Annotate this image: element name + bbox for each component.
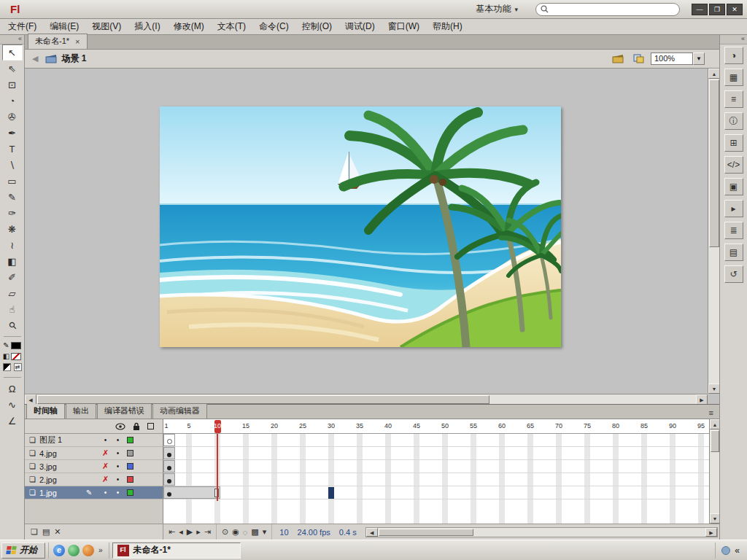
library-panel-button[interactable]: ▤ — [724, 244, 743, 261]
onion-skin-button[interactable]: ◉ — [232, 527, 239, 537]
timeline-vertical-scrollbar[interactable]: ▲ ▼ — [709, 419, 719, 524]
timeline-ruler[interactable]: 1 5 10 15 20 25 30 35 40 45 50 55 60 65 — [163, 419, 709, 434]
paint-bucket-tool[interactable]: ◧ — [2, 253, 23, 269]
menu-commands[interactable]: 命令(C) — [252, 18, 295, 35]
quick-launch-icon-2[interactable] — [68, 545, 80, 556]
keyframe[interactable] — [163, 460, 175, 472]
project-panel-button[interactable]: ≣ — [724, 222, 743, 239]
selected-frame-cell[interactable] — [328, 487, 334, 499]
quick-launch-overflow-chevron[interactable]: » — [97, 546, 104, 554]
scroll-up-arrow[interactable]: ▲ — [708, 69, 719, 79]
motion-presets-panel-button[interactable]: ▸ — [724, 200, 743, 217]
selection-tool[interactable]: ↖ — [2, 44, 23, 61]
tray-collapse-chevron[interactable]: « — [735, 545, 740, 556]
back-button[interactable]: ◀ — [29, 54, 41, 63]
quick-launch-icon-3[interactable] — [82, 545, 94, 556]
workspace-switcher[interactable]: 基本功能 ▾ — [468, 1, 525, 17]
empty-keyframe[interactable] — [163, 434, 175, 446]
menu-control[interactable]: 控制(O) — [295, 18, 338, 35]
quick-launch-icon-browser[interactable]: e — [53, 545, 65, 556]
collapse-tools-button[interactable]: « — [0, 35, 24, 44]
scroll-down-arrow[interactable]: ▼ — [708, 384, 719, 394]
swatches-panel-button[interactable]: ▦ — [724, 69, 743, 86]
scroll-down-arrow[interactable]: ▼ — [710, 513, 720, 524]
go-to-first-frame-button[interactable]: ⇤ — [169, 527, 175, 537]
step-back-button[interactable]: ◂ — [179, 527, 183, 537]
keyframe[interactable] — [163, 473, 175, 486]
bone-tool[interactable]: ≀ — [2, 237, 23, 253]
snap-to-objects-toggle[interactable]: Ω — [2, 381, 23, 397]
components-panel-button[interactable]: ▣ — [724, 178, 743, 195]
layer-row-1jpg-selected[interactable]: ❏ 1.jpg ✎ • • — [25, 486, 163, 499]
history-panel-button[interactable]: ↺ — [724, 265, 743, 283]
search-input[interactable] — [549, 5, 675, 14]
stage-vertical-scrollbar[interactable]: ▲ ▼ — [708, 69, 719, 394]
timeline-horizontal-scrollbar[interactable]: ◀ ▶ — [365, 527, 718, 537]
deco-tool[interactable]: ❋ — [2, 221, 23, 237]
edit-symbols-button[interactable] — [630, 52, 646, 66]
frame-row-3jpg[interactable] — [163, 460, 709, 473]
scroll-up-arrow[interactable]: ▲ — [710, 419, 720, 429]
pen-tool[interactable]: ✒ — [2, 125, 23, 141]
brush-tool[interactable]: ✑ — [2, 205, 23, 221]
timeline-hscroll-thumb[interactable] — [379, 529, 473, 536]
horizontal-scroll-thumb[interactable] — [37, 395, 489, 404]
document-tab[interactable]: 未命名-1* × — [28, 34, 88, 49]
eye-icon[interactable] — [115, 423, 125, 430]
menu-text[interactable]: 文本(T) — [211, 18, 252, 35]
black-white-button[interactable] — [3, 363, 11, 371]
lock-icon[interactable] — [133, 422, 140, 431]
timeline-scroll-track[interactable] — [710, 453, 719, 513]
tab-output[interactable]: 输出 — [66, 403, 96, 419]
layer-row-2jpg[interactable]: ❏ 2.jpg ✗ • — [25, 473, 163, 486]
menu-edit[interactable]: 编辑(E) — [43, 18, 85, 35]
menu-debug[interactable]: 调试(D) — [338, 18, 382, 35]
search-box[interactable] — [535, 3, 680, 16]
frame-row-4jpg[interactable] — [163, 447, 709, 460]
stage-pasteboard[interactable]: ▲ ▼ ◀ ▶ — [25, 69, 719, 404]
layer-outline-color[interactable] — [127, 476, 133, 483]
zoom-value[interactable]: 100% — [651, 52, 693, 65]
tab-timeline[interactable]: 时间轴 — [26, 403, 65, 419]
frame-span-1-to-10[interactable] — [163, 486, 220, 499]
scroll-right-arrow[interactable]: ▶ — [696, 394, 708, 404]
current-frame-value[interactable]: 10 — [279, 528, 288, 537]
menu-help[interactable]: 帮助(H) — [426, 18, 469, 35]
new-layer-button[interactable]: ❏ — [31, 527, 38, 537]
tab-compiler-errors[interactable]: 编译器错误 — [97, 403, 152, 419]
eraser-tool[interactable]: ▱ — [2, 285, 23, 301]
rectangle-tool[interactable]: ▭ — [2, 173, 23, 189]
text-tool[interactable]: T — [2, 141, 23, 157]
outline-icon[interactable] — [147, 423, 154, 429]
zoom-dropdown-arrow[interactable]: ▼ — [693, 52, 705, 65]
step-forward-button[interactable]: ▸ — [196, 527, 201, 537]
align-panel-button[interactable]: ≡ — [724, 90, 743, 108]
tray-icon[interactable] — [721, 546, 730, 555]
task-button-flash-document[interactable]: Fl 未命名-1* — [112, 542, 241, 559]
swap-colors-button[interactable]: ⇄ — [14, 363, 22, 371]
vertical-scroll-track[interactable] — [708, 248, 719, 384]
close-button[interactable]: ✕ — [727, 4, 743, 15]
pencil-tool[interactable]: ✎ — [2, 189, 23, 205]
fill-color-control[interactable]: ◧ — [3, 352, 21, 360]
scroll-left-arrow[interactable]: ◀ — [366, 528, 378, 537]
layer-outline-color[interactable] — [127, 450, 133, 456]
timeline-hscroll-track[interactable] — [474, 528, 705, 537]
center-frame-button[interactable]: ⊙ — [222, 527, 228, 537]
layer-outline-color[interactable] — [127, 489, 133, 496]
layer-lock-toggle[interactable]: • — [112, 462, 124, 470]
zoom-select[interactable]: 100% ▼ — [651, 52, 705, 65]
timeline-scroll-thumb[interactable] — [711, 430, 719, 452]
frame-grid[interactable] — [163, 434, 709, 524]
collapse-dock-button[interactable]: « — [720, 35, 747, 44]
vertical-scroll-thumb[interactable] — [709, 79, 719, 247]
minimize-button[interactable]: — — [692, 4, 708, 15]
layer-visibility-toggle[interactable]: ✗ — [99, 448, 112, 458]
code-snippets-panel-button[interactable]: </> — [724, 156, 743, 174]
start-button[interactable]: 开始 — [1, 542, 45, 559]
edit-scene-button[interactable] — [610, 52, 626, 66]
keyframe[interactable] — [163, 447, 175, 459]
menu-window[interactable]: 窗口(W) — [382, 18, 426, 35]
layer-visibility-toggle[interactable]: ✗ — [99, 475, 112, 484]
layer-row-tuceng1[interactable]: ❏ 图层 1 • • — [25, 434, 163, 447]
